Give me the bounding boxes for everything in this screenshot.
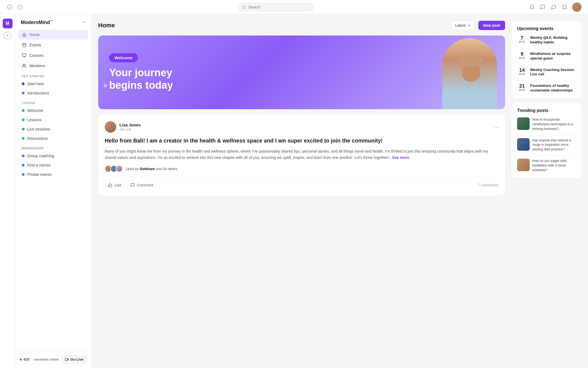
speech-icon[interactable] <box>550 4 557 10</box>
svg-point-13 <box>23 64 24 66</box>
post-author-avatar <box>105 121 116 133</box>
sidebar-item-private-events[interactable]: Private events <box>19 170 88 179</box>
event-item-4[interactable]: 21 MAR Foundations of healthy sustainabl… <box>517 84 576 93</box>
sidebar-item-welcome[interactable]: Welcome <box>19 106 88 115</box>
latest-button[interactable]: Latest <box>451 21 475 30</box>
sidebar-item-start-here[interactable]: Start here <box>19 79 88 88</box>
sidebar-item-discussions[interactable]: Discussions <box>19 134 88 143</box>
sidebar-chevron-icon[interactable] <box>82 20 86 25</box>
svg-line-5 <box>245 8 246 8</box>
add-button[interactable]: + <box>4 32 11 39</box>
event-item-3[interactable]: 14 MAR Weekly Coaching Session Live call <box>517 68 576 77</box>
dot-icon <box>22 118 25 121</box>
online-indicator: 420 members online <box>20 357 59 361</box>
membership-label: Membership <box>19 143 88 152</box>
video-icon <box>65 358 69 361</box>
dot-icon <box>22 92 25 94</box>
svg-rect-15 <box>65 358 68 360</box>
event-item-1[interactable]: 7 MAR Weekly Q&A: Building healthy habit… <box>517 35 576 45</box>
post-title: Hello from Bali! I am a creator in the h… <box>105 137 499 144</box>
sidebar-item-members[interactable]: Members <box>19 61 88 71</box>
trending-posts-card: Trending posts How to incorporate mindfu… <box>512 103 581 178</box>
trending-item-1[interactable]: How to incorporate mindfulness technique… <box>517 117 576 131</box>
trending-item-3[interactable]: How do you juggle daily meditation with … <box>517 159 576 172</box>
sidebar-item-live-sessions[interactable]: Live sessions <box>19 125 88 133</box>
svg-point-0 <box>7 5 12 9</box>
go-live-button[interactable]: Go Live <box>61 355 87 364</box>
comments-count: 7 comments <box>478 183 499 187</box>
dot-icon <box>22 173 25 176</box>
welcome-badge: Welcome <box>109 53 138 62</box>
online-dot <box>20 358 22 361</box>
trending-thumb-2 <box>517 138 530 151</box>
emoji-icon[interactable] <box>7 4 13 10</box>
like-avatar-3 <box>116 165 123 172</box>
dot-icon <box>22 155 25 157</box>
bell-icon[interactable] <box>529 4 535 10</box>
trending-thumb-1 <box>517 117 530 130</box>
event-item-2[interactable]: 9 MAR Mindfulness w/ surprise special gu… <box>517 52 576 61</box>
clock-icon[interactable] <box>17 4 23 10</box>
svg-rect-10 <box>22 54 26 56</box>
sidebar-item-home[interactable]: Home <box>19 30 88 40</box>
dot-icon <box>22 82 25 85</box>
comment-button[interactable]: Comment <box>127 181 157 189</box>
sidebar-item-lessons[interactable]: Lessons <box>19 115 88 124</box>
post-more-button[interactable]: ··· <box>494 124 499 130</box>
events-icon <box>22 43 27 48</box>
trending-thumb-3 <box>517 159 530 171</box>
hero-banner: Welcome Your journeybegins today <box>98 35 505 109</box>
dot-icon <box>22 137 25 140</box>
user-avatar[interactable] <box>572 2 581 12</box>
get-started-label: Get started <box>19 71 88 79</box>
dot-icon <box>22 164 25 167</box>
brand-logo[interactable]: M <box>3 19 13 28</box>
sidebar-item-find-mentor[interactable]: Find a mentor <box>19 161 88 170</box>
trending-posts-title: Trending posts <box>517 108 576 113</box>
upcoming-events-title: Upcoming events <box>517 26 576 31</box>
chat-icon[interactable] <box>539 4 546 10</box>
post-author-name: Lisa Jones <box>119 123 141 127</box>
like-text: Liked by Siddhant and 34 others <box>125 167 178 171</box>
svg-point-4 <box>243 5 245 8</box>
trending-item-2[interactable]: Has anyone else noticed a surge in inspi… <box>517 138 576 152</box>
dot-icon <box>22 128 25 130</box>
page-title: Home <box>98 22 115 29</box>
sidebar-item-courses[interactable]: Courses <box>19 51 88 60</box>
post-body: Many of you might know me from my journe… <box>105 148 499 161</box>
sidebar-brand: ModernMind™ <box>21 20 53 25</box>
search-icon <box>242 5 246 9</box>
home-icon <box>22 32 27 37</box>
members-icon <box>22 63 27 68</box>
chevron-down-icon <box>467 23 471 27</box>
see-more-link[interactable]: See more <box>392 155 409 160</box>
comment-icon <box>130 183 135 187</box>
bookmark-icon[interactable] <box>561 4 568 10</box>
dot-icon <box>22 109 25 112</box>
sidebar-item-group-coaching[interactable]: Group coaching <box>19 152 88 160</box>
svg-rect-6 <box>23 44 26 47</box>
thumb-up-icon <box>108 183 112 187</box>
like-button[interactable]: Like <box>105 181 125 189</box>
new-post-button[interactable]: New post <box>478 21 505 30</box>
post-card: Lisa Jones Jan 1st ··· Hello from Bali! … <box>98 115 505 195</box>
post-date: Jan 1st <box>119 127 141 131</box>
search-input[interactable] <box>248 5 309 9</box>
course-label: Course <box>19 98 88 106</box>
courses-icon <box>22 53 27 58</box>
sidebar-item-introductions[interactable]: Introductions <box>19 89 88 97</box>
svg-marker-14 <box>68 359 69 360</box>
upcoming-events-card: Upcoming events 7 MAR Weekly Q&A: Buildi… <box>512 21 581 98</box>
hero-title: Your journeybegins today <box>109 67 173 91</box>
search-bar[interactable] <box>238 3 314 11</box>
sidebar-item-events[interactable]: Events <box>19 40 88 50</box>
